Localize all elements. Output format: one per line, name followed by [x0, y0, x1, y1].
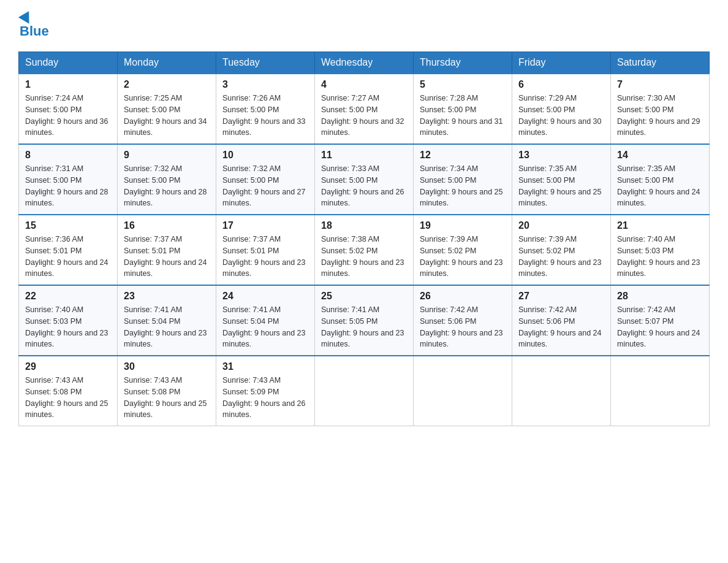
daylight-label: Daylight: 9 hours and 33 minutes. [222, 117, 306, 137]
day-info: Sunrise: 7:42 AM Sunset: 5:06 PM Dayligh… [420, 304, 506, 350]
calendar-cell: 30 Sunrise: 7:43 AM Sunset: 5:08 PM Dayl… [118, 356, 216, 426]
sunset-label: Sunset: 5:01 PM [124, 247, 180, 255]
header-tuesday: Tuesday [216, 52, 315, 74]
header-saturday: Saturday [611, 52, 710, 74]
calendar-cell [611, 356, 710, 426]
day-info: Sunrise: 7:37 AM Sunset: 5:01 PM Dayligh… [222, 234, 308, 280]
sunrise-label: Sunrise: 7:26 AM [222, 94, 281, 102]
calendar-header-row: SundayMondayTuesdayWednesdayThursdayFrid… [19, 52, 710, 74]
day-number: 21 [617, 220, 703, 231]
day-info: Sunrise: 7:26 AM Sunset: 5:00 PM Dayligh… [222, 93, 308, 139]
calendar-cell: 13 Sunrise: 7:35 AM Sunset: 5:00 PM Dayl… [512, 144, 611, 215]
calendar-cell: 25 Sunrise: 7:41 AM Sunset: 5:05 PM Dayl… [315, 285, 414, 356]
sunrise-label: Sunrise: 7:33 AM [321, 164, 379, 173]
sunrise-label: Sunrise: 7:32 AM [124, 164, 182, 173]
calendar-cell: 8 Sunrise: 7:31 AM Sunset: 5:00 PM Dayli… [19, 144, 118, 215]
calendar-cell: 24 Sunrise: 7:41 AM Sunset: 5:04 PM Dayl… [216, 285, 315, 356]
daylight-label: Daylight: 9 hours and 23 minutes. [25, 329, 108, 349]
sunrise-label: Sunrise: 7:41 AM [222, 305, 281, 314]
day-number: 25 [321, 291, 407, 302]
sunset-label: Sunset: 5:00 PM [518, 105, 575, 114]
day-number: 23 [124, 291, 210, 302]
calendar-cell: 2 Sunrise: 7:25 AM Sunset: 5:00 PM Dayli… [118, 74, 216, 144]
day-info: Sunrise: 7:43 AM Sunset: 5:08 PM Dayligh… [25, 375, 111, 421]
daylight-label: Daylight: 9 hours and 27 minutes. [222, 188, 306, 208]
day-info: Sunrise: 7:35 AM Sunset: 5:00 PM Dayligh… [617, 163, 703, 209]
calendar-cell: 7 Sunrise: 7:30 AM Sunset: 5:00 PM Dayli… [611, 74, 710, 144]
calendar-cell: 20 Sunrise: 7:39 AM Sunset: 5:02 PM Dayl… [512, 215, 611, 285]
sunset-label: Sunset: 5:06 PM [518, 317, 575, 326]
header-friday: Friday [512, 52, 611, 74]
sunset-label: Sunset: 5:02 PM [321, 247, 377, 255]
calendar-cell: 18 Sunrise: 7:38 AM Sunset: 5:02 PM Dayl… [315, 215, 414, 285]
day-info: Sunrise: 7:39 AM Sunset: 5:02 PM Dayligh… [420, 234, 506, 280]
day-number: 24 [222, 291, 308, 302]
day-number: 2 [124, 79, 210, 90]
daylight-label: Daylight: 9 hours and 24 minutes. [25, 258, 108, 278]
day-info: Sunrise: 7:25 AM Sunset: 5:00 PM Dayligh… [124, 93, 210, 139]
calendar-cell: 4 Sunrise: 7:27 AM Sunset: 5:00 PM Dayli… [315, 74, 414, 144]
sunset-label: Sunset: 5:04 PM [222, 317, 279, 326]
calendar-cell [414, 356, 512, 426]
sunrise-label: Sunrise: 7:40 AM [25, 305, 83, 314]
day-number: 18 [321, 220, 407, 231]
sunset-label: Sunset: 5:03 PM [25, 317, 82, 326]
day-info: Sunrise: 7:31 AM Sunset: 5:00 PM Dayligh… [25, 163, 111, 209]
day-info: Sunrise: 7:37 AM Sunset: 5:01 PM Dayligh… [124, 234, 210, 280]
sunrise-label: Sunrise: 7:39 AM [420, 235, 478, 243]
sunset-label: Sunset: 5:00 PM [321, 176, 377, 185]
calendar-cell: 9 Sunrise: 7:32 AM Sunset: 5:00 PM Dayli… [118, 144, 216, 215]
day-info: Sunrise: 7:36 AM Sunset: 5:01 PM Dayligh… [25, 234, 111, 280]
day-info: Sunrise: 7:40 AM Sunset: 5:03 PM Dayligh… [25, 304, 111, 350]
calendar-cell: 23 Sunrise: 7:41 AM Sunset: 5:04 PM Dayl… [118, 285, 216, 356]
sunset-label: Sunset: 5:00 PM [124, 105, 180, 114]
logo: Blue [18, 12, 49, 39]
sunset-label: Sunset: 5:04 PM [124, 317, 180, 326]
week-row-4: 22 Sunrise: 7:40 AM Sunset: 5:03 PM Dayl… [19, 285, 710, 356]
sunrise-label: Sunrise: 7:37 AM [124, 235, 182, 243]
day-number: 6 [518, 79, 604, 90]
sunset-label: Sunset: 5:06 PM [420, 317, 476, 326]
sunset-label: Sunset: 5:03 PM [617, 247, 673, 255]
daylight-label: Daylight: 9 hours and 30 minutes. [518, 117, 602, 137]
daylight-label: Daylight: 9 hours and 23 minutes. [124, 329, 207, 349]
calendar-cell: 27 Sunrise: 7:42 AM Sunset: 5:06 PM Dayl… [512, 285, 611, 356]
day-number: 28 [617, 291, 703, 302]
day-info: Sunrise: 7:28 AM Sunset: 5:00 PM Dayligh… [420, 93, 506, 139]
day-number: 27 [518, 291, 604, 302]
sunset-label: Sunset: 5:00 PM [25, 105, 82, 114]
daylight-label: Daylight: 9 hours and 26 minutes. [222, 399, 306, 419]
daylight-label: Daylight: 9 hours and 23 minutes. [222, 329, 306, 349]
daylight-label: Daylight: 9 hours and 23 minutes. [321, 258, 404, 278]
week-row-5: 29 Sunrise: 7:43 AM Sunset: 5:08 PM Dayl… [19, 356, 710, 426]
day-number: 15 [25, 220, 111, 231]
day-number: 9 [124, 150, 210, 161]
sunrise-label: Sunrise: 7:30 AM [617, 94, 675, 102]
sunrise-label: Sunrise: 7:41 AM [321, 305, 379, 314]
day-info: Sunrise: 7:33 AM Sunset: 5:00 PM Dayligh… [321, 163, 407, 209]
day-number: 10 [222, 150, 308, 161]
sunrise-label: Sunrise: 7:35 AM [518, 164, 577, 173]
day-info: Sunrise: 7:42 AM Sunset: 5:06 PM Dayligh… [518, 304, 604, 350]
sunrise-label: Sunrise: 7:37 AM [222, 235, 281, 243]
day-number: 5 [420, 79, 506, 90]
sunset-label: Sunset: 5:00 PM [420, 105, 476, 114]
logo-text [18, 12, 32, 23]
day-info: Sunrise: 7:41 AM Sunset: 5:04 PM Dayligh… [222, 304, 308, 350]
sunrise-label: Sunrise: 7:43 AM [25, 376, 83, 385]
sunrise-label: Sunrise: 7:32 AM [222, 164, 281, 173]
calendar-cell: 16 Sunrise: 7:37 AM Sunset: 5:01 PM Dayl… [118, 215, 216, 285]
page-header: Blue [18, 12, 710, 39]
daylight-label: Daylight: 9 hours and 28 minutes. [25, 188, 108, 208]
calendar-cell: 6 Sunrise: 7:29 AM Sunset: 5:00 PM Dayli… [512, 74, 611, 144]
day-info: Sunrise: 7:39 AM Sunset: 5:02 PM Dayligh… [518, 234, 604, 280]
sunrise-label: Sunrise: 7:39 AM [518, 235, 577, 243]
calendar-cell: 26 Sunrise: 7:42 AM Sunset: 5:06 PM Dayl… [414, 285, 512, 356]
daylight-label: Daylight: 9 hours and 24 minutes. [124, 258, 207, 278]
calendar-cell: 22 Sunrise: 7:40 AM Sunset: 5:03 PM Dayl… [19, 285, 118, 356]
day-info: Sunrise: 7:40 AM Sunset: 5:03 PM Dayligh… [617, 234, 703, 280]
day-number: 14 [617, 150, 703, 161]
daylight-label: Daylight: 9 hours and 23 minutes. [617, 258, 700, 278]
daylight-label: Daylight: 9 hours and 25 minutes. [124, 399, 207, 419]
sunrise-label: Sunrise: 7:42 AM [518, 305, 577, 314]
